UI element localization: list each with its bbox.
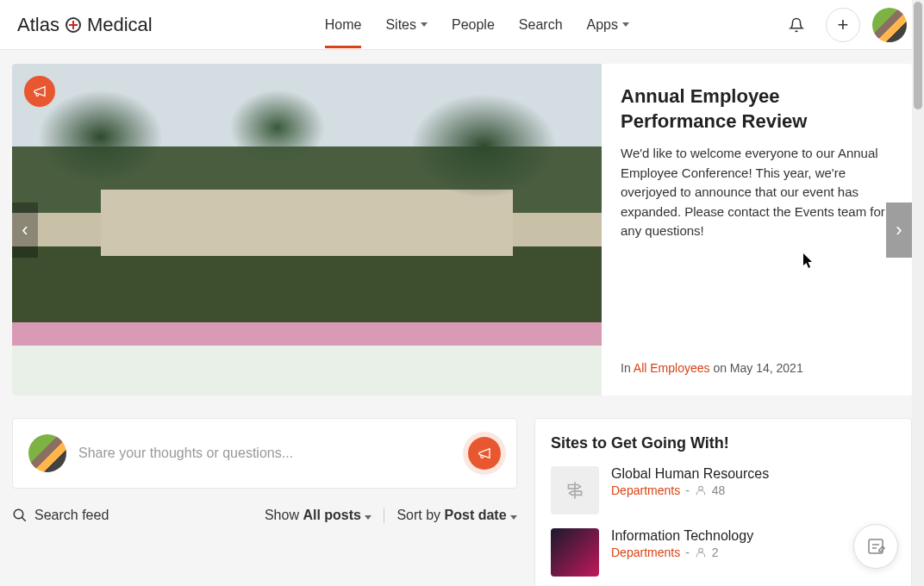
sites-panel-title: Sites to Get Going With! bbox=[551, 434, 896, 452]
top-header: Atlas Medical Home Sites People Search A… bbox=[0, 0, 924, 50]
nav-apps[interactable]: Apps bbox=[587, 2, 629, 48]
carousel-next-button[interactable]: › bbox=[886, 203, 912, 258]
chevron-down-icon bbox=[365, 515, 371, 520]
chevron-right-icon: › bbox=[896, 219, 902, 241]
site-name: Global Human Resources bbox=[611, 466, 769, 482]
announcement-title: Annual Employee Performance Review bbox=[621, 84, 893, 134]
logo-text-2: Medical bbox=[87, 14, 153, 36]
compose-icon bbox=[865, 536, 886, 557]
primary-nav: Home Sites People Search Apps bbox=[325, 2, 629, 48]
announcement-meta: In All Employees on May 14, 2021 bbox=[621, 361, 893, 375]
carousel-prev-button[interactable]: ‹ bbox=[12, 203, 38, 258]
announcement-type-button[interactable] bbox=[468, 437, 501, 470]
site-category-link[interactable]: Departments bbox=[611, 545, 680, 559]
composer-input[interactable]: Share your thoughts or questions... bbox=[78, 446, 456, 461]
nav-people[interactable]: People bbox=[452, 2, 495, 48]
logo-text-1: Atlas bbox=[17, 14, 59, 36]
svg-point-0 bbox=[14, 509, 23, 519]
announcement-badge bbox=[24, 76, 55, 107]
composer-avatar bbox=[28, 434, 66, 472]
announcement-image bbox=[12, 64, 602, 396]
notifications-button[interactable] bbox=[779, 8, 814, 42]
site-list-item[interactable]: Global Human Resources Departments - 48 bbox=[551, 466, 896, 514]
person-icon bbox=[695, 546, 707, 558]
feed-sort-filter[interactable]: Sort by Post date bbox=[396, 508, 517, 523]
nav-home[interactable]: Home bbox=[325, 2, 362, 48]
feed-show-filter[interactable]: Show All posts bbox=[265, 508, 371, 523]
announcement-description: We'd like to welcome everyone to our Ann… bbox=[621, 144, 893, 241]
user-avatar[interactable] bbox=[872, 8, 907, 42]
site-category-link[interactable]: Departments bbox=[611, 483, 680, 497]
chevron-down-icon bbox=[421, 22, 428, 27]
compose-fab[interactable] bbox=[853, 524, 898, 569]
brand-logo[interactable]: Atlas Medical bbox=[17, 14, 153, 36]
chevron-down-icon bbox=[622, 22, 629, 27]
medical-cross-icon bbox=[66, 17, 81, 33]
scrollbar-thumb[interactable] bbox=[914, 2, 922, 109]
site-icon bbox=[551, 528, 599, 577]
nav-search[interactable]: Search bbox=[519, 2, 563, 48]
bell-icon bbox=[789, 17, 804, 33]
divider bbox=[384, 508, 384, 523]
megaphone-icon bbox=[33, 84, 47, 98]
post-composer[interactable]: Share your thoughts or questions... bbox=[12, 418, 517, 489]
create-button[interactable]: + bbox=[826, 8, 860, 42]
person-icon bbox=[695, 484, 707, 496]
site-member-count: 2 bbox=[712, 545, 719, 559]
search-feed-button[interactable]: Search feed bbox=[12, 508, 109, 523]
svg-point-1 bbox=[698, 486, 702, 490]
plus-icon: + bbox=[838, 14, 849, 36]
megaphone-icon bbox=[478, 446, 491, 460]
site-list-item[interactable]: Information Technology Departments - 2 bbox=[551, 528, 896, 577]
sites-panel: Sites to Get Going With! Global Human Re… bbox=[534, 418, 912, 586]
chevron-down-icon bbox=[510, 515, 517, 520]
site-member-count: 48 bbox=[712, 483, 726, 497]
announcement-carousel: ‹ Annual Employee Performance Review We'… bbox=[12, 64, 912, 396]
signpost-icon bbox=[564, 479, 586, 502]
chevron-left-icon: ‹ bbox=[22, 219, 28, 241]
site-icon bbox=[551, 466, 599, 514]
nav-sites[interactable]: Sites bbox=[385, 2, 428, 48]
svg-point-2 bbox=[698, 548, 702, 552]
search-icon bbox=[12, 508, 28, 523]
site-name: Information Technology bbox=[611, 528, 753, 544]
announcement-site-link[interactable]: All Employees bbox=[634, 361, 710, 375]
